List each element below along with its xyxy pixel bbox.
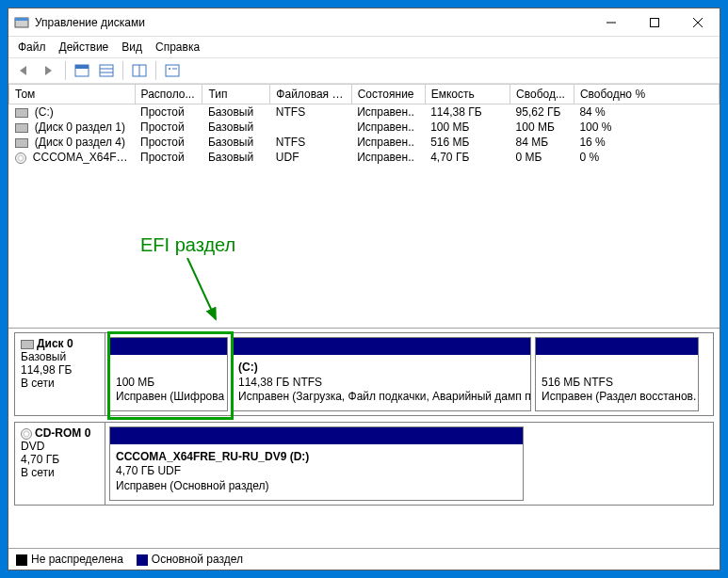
menubar: Файл Действие Вид Справка: [8, 37, 720, 57]
maximize-button[interactable]: [633, 8, 676, 37]
back-button[interactable]: [14, 60, 35, 81]
disk-row: CD-ROM 0DVD4,70 ГБВ сетиCCCOMA_X64FRE_RU…: [14, 422, 714, 506]
efi-annotation: EFI раздел: [140, 234, 235, 256]
hdd-icon: [15, 138, 28, 148]
partition[interactable]: (C:)114,38 ГБ NTFSИсправен (Загрузка, Фа…: [232, 337, 531, 411]
col-layout[interactable]: Располо...: [135, 85, 202, 104]
col-freepct[interactable]: Свободно %: [574, 85, 719, 104]
disk-label[interactable]: CD-ROM 0DVD4,70 ГБВ сети: [15, 423, 105, 505]
toolbar: [8, 57, 720, 84]
partition-header: [110, 427, 523, 444]
hdd-icon: [21, 340, 34, 349]
svg-point-14: [169, 68, 170, 70]
disk-management-window: Управление дисками Файл Действие Вид Спр…: [8, 8, 720, 570]
dvd-icon: [15, 153, 26, 164]
col-free[interactable]: Свобод...: [510, 85, 574, 104]
menu-view[interactable]: Вид: [121, 40, 142, 54]
svg-rect-1: [15, 18, 28, 21]
volume-table: Том Располо... Тип Файловая с... Состоян…: [8, 84, 720, 165]
legend-unallocated: Не распределена: [16, 553, 123, 566]
table-row[interactable]: (Диск 0 раздел 1)ПростойБазовыйИсправен.…: [9, 120, 720, 135]
partition[interactable]: 100 МБИсправен (Шифрова: [109, 337, 228, 411]
dvd-icon: [21, 428, 32, 440]
close-button[interactable]: [676, 8, 720, 37]
menu-action[interactable]: Действие: [59, 40, 109, 54]
col-type[interactable]: Тип: [202, 85, 270, 104]
legend-primary: Основной раздел: [137, 553, 243, 566]
col-status[interactable]: Состояние: [351, 85, 425, 104]
partition-header: [233, 338, 530, 355]
volume-list[interactable]: Том Располо... Тип Файловая с... Состоян…: [8, 84, 720, 329]
disk-row: Диск 0Базовый114,98 ГБВ сети 100 МБИспра…: [14, 332, 714, 416]
menu-help[interactable]: Справка: [155, 40, 200, 54]
partition[interactable]: CCCOMA_X64FRE_RU-RU_DV9 (D:)4,70 ГБ UDFИ…: [109, 426, 524, 501]
disk-graphic-area[interactable]: Диск 0Базовый114,98 ГБВ сети 100 МБИспра…: [8, 329, 720, 548]
svg-rect-3: [651, 18, 659, 26]
col-fs[interactable]: Файловая с...: [270, 85, 351, 104]
svg-rect-8: [100, 65, 113, 76]
minimize-button[interactable]: [590, 8, 633, 37]
svg-rect-13: [166, 65, 179, 76]
hdd-icon: [15, 123, 28, 133]
titlebar: Управление дисками: [8, 8, 720, 37]
disk-label[interactable]: Диск 0Базовый114,98 ГБВ сети: [15, 333, 105, 415]
app-icon: [14, 15, 29, 30]
col-volume[interactable]: Том: [9, 85, 136, 104]
svg-line-16: [187, 258, 216, 319]
partition-header: [110, 338, 227, 355]
properties-button[interactable]: [162, 60, 183, 81]
partition[interactable]: 516 МБ NTFSИсправен (Раздел восстанов.: [535, 337, 699, 411]
table-row[interactable]: CCCOMA_X64FRE...ПростойБазовыйUDFИсправе…: [9, 150, 720, 165]
window-title: Управление дисками: [35, 16, 590, 29]
annotation-label: EFI раздел: [140, 234, 235, 256]
legend: Не распределена Основной раздел: [8, 548, 720, 570]
table-row[interactable]: (Диск 0 раздел 4)ПростойБазовыйNTFSИспра…: [9, 135, 720, 150]
hdd-icon: [15, 108, 28, 118]
view-table-button[interactable]: [96, 60, 117, 81]
forward-button[interactable]: [39, 60, 59, 81]
menu-file[interactable]: Файл: [18, 40, 46, 54]
view-graphic-button[interactable]: [129, 60, 150, 81]
svg-rect-7: [75, 65, 89, 69]
table-row[interactable]: (C:)ПростойБазовыйNTFSИсправен..114,38 Г…: [9, 104, 720, 120]
partition-header: [536, 338, 698, 355]
col-capacity[interactable]: Емкость: [425, 85, 510, 104]
view-top-button[interactable]: [72, 60, 92, 81]
